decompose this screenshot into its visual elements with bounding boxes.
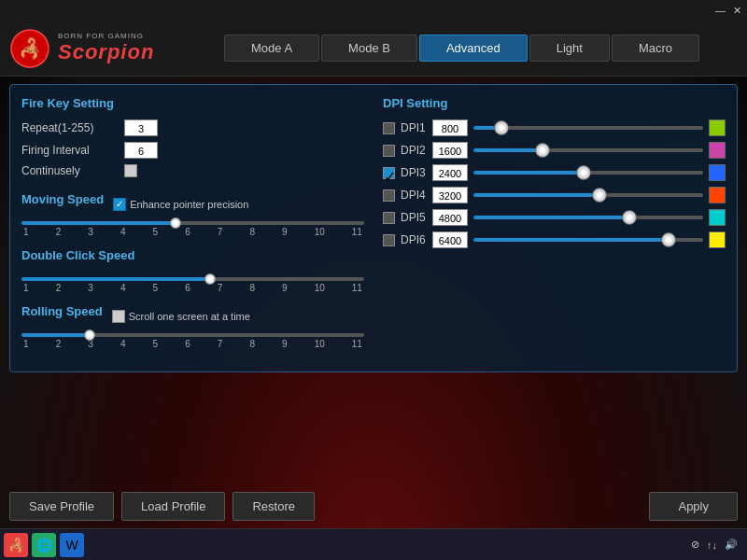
dpi2-thumb[interactable] [535, 143, 550, 158]
enhance-checkbox[interactable]: ✓ [113, 198, 126, 211]
minimize-button[interactable]: — [715, 5, 726, 16]
dpi3-checkbox[interactable]: ✓ [383, 167, 395, 179]
dpi5-color-swatch[interactable] [709, 209, 726, 226]
dpi-row-4: DPI43200 [383, 187, 726, 203]
repeat-row: Repeat(1-255) 3 [21, 119, 364, 136]
enhance-label[interactable]: ✓ Enhance pointer precision [113, 198, 248, 211]
dpi1-checkbox[interactable] [383, 122, 395, 134]
dpi2-value[interactable]: 1600 [432, 142, 468, 159]
taskbar-right: ⊘ ↑↓ 🔊 [691, 539, 743, 551]
tab-light[interactable]: Light [529, 35, 610, 62]
taskbar-word-icon[interactable]: W [60, 533, 84, 557]
taskbar-network-icon: ⊘ [691, 539, 699, 551]
dpi5-thumb[interactable] [622, 210, 637, 225]
header: 🦂 BORN FOR GAMING Scorpion Mode AMode BA… [0, 21, 747, 77]
restore-button[interactable]: Restore [233, 492, 315, 521]
tab-advanced[interactable]: Advanced [419, 35, 528, 62]
dpi4-checkbox[interactable] [383, 189, 395, 202]
dpi3-color-swatch[interactable] [709, 164, 726, 181]
moving-speed-slider[interactable]: 1234567891011 [21, 221, 364, 237]
dpi3-label: DPI3 [401, 166, 427, 179]
dpi1-slider[interactable] [473, 126, 703, 130]
dpi5-slider[interactable] [473, 216, 703, 219]
apply-button[interactable]: Apply [649, 492, 738, 521]
dpi6-label: DPI6 [401, 233, 427, 246]
dpi5-value[interactable]: 4800 [432, 209, 468, 226]
scroll-text: Scroll one screen at a time [129, 311, 250, 322]
tab-mode-a[interactable]: Mode A [224, 35, 319, 62]
main-content: Fire Key Setting Repeat(1-255) 3 Firing … [0, 77, 747, 380]
settings-panel: Fire Key Setting Repeat(1-255) 3 Firing … [9, 84, 738, 372]
rolling-speed-slider[interactable]: 1234567891011 [21, 333, 364, 349]
dpi4-label: DPI4 [401, 189, 427, 202]
continusely-checkbox[interactable] [124, 164, 137, 177]
dpi4-color-swatch[interactable] [709, 187, 726, 203]
firing-interval-row: Firing Interval 6 [21, 142, 364, 159]
dpi2-label: DPI2 [401, 144, 427, 157]
tab-mode-b[interactable]: Mode B [321, 35, 417, 62]
taskbar-sound-icon: 🔊 [725, 539, 738, 551]
bottom-bar: Save Profile Load Profile Restore Apply [0, 486, 747, 526]
dpi6-slider[interactable] [473, 238, 703, 242]
scroll-checkbox[interactable] [112, 310, 125, 323]
dpi-row-1: DPI1800 [383, 119, 726, 136]
scorpion-brand-label: Scorpion [58, 40, 154, 64]
moving-speed-numbers: 1234567891011 [21, 227, 364, 237]
rolling-speed-title: Rolling Speed [21, 304, 103, 318]
dpi3-thumb[interactable] [576, 165, 591, 180]
nav-tabs: Mode AMode BAdvancedLightMacro [224, 35, 699, 62]
dpi2-slider[interactable] [473, 148, 703, 152]
dpi5-label: DPI5 [401, 211, 427, 224]
continusely-row: Continusely [21, 164, 364, 177]
firing-interval-label: Firing Interval [21, 144, 124, 157]
dpi1-value[interactable]: 800 [432, 119, 468, 136]
dpi5-checkbox[interactable] [383, 212, 395, 224]
dpi1-label: DPI1 [401, 121, 427, 134]
dpi4-value[interactable]: 3200 [432, 187, 468, 203]
taskbar: 🦂 🌐 W ⊘ ↑↓ 🔊 [0, 528, 747, 560]
moving-speed-title: Moving Speed [21, 192, 104, 206]
moving-speed-section: Moving Speed ✓ Enhance pointer precision… [21, 192, 364, 237]
right-panel: DPI Setting DPI1800DPI21600✓DPI32400DPI4… [383, 96, 726, 360]
save-profile-button[interactable]: Save Profile [9, 492, 114, 521]
logo-text: BORN FOR GAMING Scorpion [58, 32, 154, 64]
dpi6-thumb[interactable] [661, 232, 676, 247]
taskbar-browser-icon[interactable]: 🌐 [32, 533, 56, 557]
firing-interval-value[interactable]: 6 [124, 142, 158, 159]
dpi1-color-swatch[interactable] [709, 119, 726, 136]
scroll-label[interactable]: Scroll one screen at a time [112, 310, 250, 323]
double-click-title: Double Click Speed [21, 248, 134, 262]
dpi4-slider[interactable] [473, 193, 703, 197]
dpi1-thumb[interactable] [494, 120, 509, 135]
double-click-thumb[interactable] [204, 273, 216, 285]
dpi3-value[interactable]: 2400 [432, 164, 468, 181]
dpi-row-3: ✓DPI32400 [383, 164, 726, 181]
tab-macro[interactable]: Macro [612, 35, 699, 62]
taskbar-volume-icon: ↑↓ [707, 539, 717, 551]
double-click-slider[interactable]: 1234567891011 [21, 277, 364, 293]
load-profile-button[interactable]: Load Profile [121, 492, 225, 521]
dpi2-checkbox[interactable] [383, 145, 395, 157]
rolling-speed-section: Rolling Speed Scroll one screen at a tim… [21, 304, 364, 349]
dpi-row-6: DPI66400 [383, 231, 726, 248]
dpi-rows-container: DPI1800DPI21600✓DPI32400DPI43200DPI54800… [383, 119, 726, 248]
continusely-label: Continusely [21, 164, 124, 177]
dpi3-slider[interactable] [473, 171, 703, 175]
taskbar-start-icon[interactable]: 🦂 [4, 533, 28, 557]
dpi-setting-title: DPI Setting [383, 96, 726, 110]
dpi6-color-swatch[interactable] [709, 231, 726, 248]
dpi2-color-swatch[interactable] [709, 142, 726, 159]
dpi6-checkbox[interactable] [383, 234, 395, 246]
enhance-text: Enhance pointer precision [130, 199, 248, 210]
dpi-row-2: DPI21600 [383, 142, 726, 159]
logo-area: 🦂 BORN FOR GAMING Scorpion [9, 28, 196, 69]
close-button[interactable]: ✕ [733, 5, 741, 17]
dpi6-value[interactable]: 6400 [432, 231, 468, 248]
repeat-value[interactable]: 3 [124, 119, 158, 136]
rolling-speed-numbers: 1234567891011 [21, 339, 364, 349]
double-click-section: Double Click Speed 1234567891011 [21, 248, 364, 293]
left-panel: Fire Key Setting Repeat(1-255) 3 Firing … [21, 96, 364, 360]
fire-key-title: Fire Key Setting [21, 96, 364, 110]
double-click-numbers: 1234567891011 [21, 283, 364, 293]
dpi4-thumb[interactable] [592, 188, 607, 203]
